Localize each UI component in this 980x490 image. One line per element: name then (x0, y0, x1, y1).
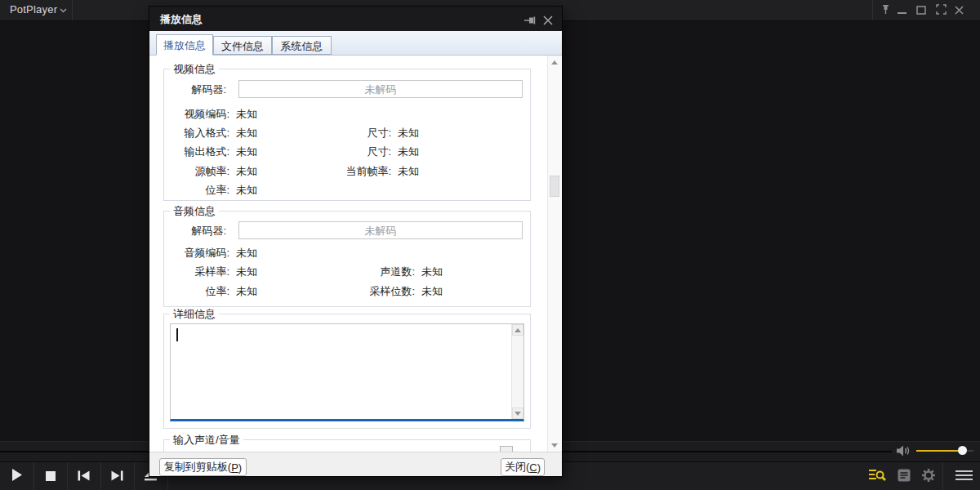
close-icon[interactable] (543, 14, 553, 29)
dialog-titlebar[interactable]: 播放信息 (149, 7, 562, 31)
input-channels-group: 输入声道/音量 (163, 439, 531, 452)
info-row: 输出格式:未知 尺寸:未知 (149, 145, 533, 158)
scroll-down-button[interactable] (548, 439, 561, 452)
video-decoder-field[interactable] (238, 80, 523, 98)
detail-scrollbar[interactable] (511, 324, 523, 419)
maximize-icon (916, 3, 926, 18)
volume-slider-knob[interactable] (958, 446, 967, 455)
minimize-button[interactable] (893, 0, 911, 20)
pin-icon (880, 3, 891, 18)
settings-gear-icon (921, 468, 936, 486)
dialog-button-bar: 复制到剪贴板(P) 关闭(C) (149, 452, 562, 476)
audio-decoder-field[interactable] (238, 221, 523, 239)
dialog-tabstrip: 播放信息 文件信息 系统信息 (149, 31, 562, 56)
field-label: 尺寸: (337, 145, 391, 159)
close-icon (955, 3, 964, 18)
next-button[interactable] (100, 462, 134, 490)
playlist-icon (898, 469, 911, 485)
playlist-search-button[interactable] (864, 462, 890, 490)
playlist-search-icon (869, 468, 886, 485)
dialog-scrollbar[interactable] (547, 56, 561, 452)
field-label: 输出格式: (164, 145, 229, 159)
button-hotkey: C (529, 461, 537, 474)
copy-to-clipboard-button[interactable]: 复制到剪贴板(P) (159, 458, 247, 476)
arrow-up-icon (551, 60, 558, 65)
previous-button[interactable] (67, 462, 100, 490)
arrow-down-icon (551, 443, 558, 448)
field-label: 采样率: (164, 265, 229, 279)
button-hotkey: P (231, 461, 238, 474)
next-icon (111, 470, 123, 484)
group-title: 详细信息 (170, 308, 219, 320)
field-value: 未知 (398, 126, 419, 140)
dialog-title: 播放信息 (160, 12, 203, 27)
chevron-down-icon[interactable] (59, 4, 68, 19)
play-button[interactable] (0, 462, 33, 490)
tab-playback-info[interactable]: 播放信息 (156, 34, 213, 56)
tab-system-info[interactable]: 系统信息 (272, 36, 332, 55)
button-label: ) (537, 461, 541, 474)
field-value: 未知 (398, 164, 419, 179)
button-label: 复制到剪贴板( (164, 460, 231, 474)
group-title: 视频信息 (170, 63, 219, 75)
scroll-down-button[interactable] (512, 408, 523, 419)
stop-button[interactable] (33, 462, 67, 490)
potplayer-window: PotPlayer (0, 0, 980, 490)
detail-textarea[interactable] (170, 323, 524, 421)
tab-label: 系统信息 (281, 40, 323, 52)
minimize-icon (898, 3, 906, 18)
titlebar-divider (872, 0, 873, 20)
tab-file-info[interactable]: 文件信息 (213, 36, 272, 55)
scroll-up-button[interactable] (512, 324, 523, 336)
decoder-label: 解码器: (164, 82, 226, 97)
scrollbar-thumb[interactable] (550, 176, 559, 197)
volume-slider-fill (916, 450, 962, 452)
field-label: 视频编码: (164, 107, 229, 122)
maximize-button[interactable] (912, 0, 930, 20)
arrow-up-icon (514, 328, 521, 332)
app-title: PotPlayer (10, 3, 57, 16)
button-label: 关闭( (505, 460, 529, 474)
field-value: 未知 (236, 183, 257, 198)
close-window-button[interactable] (950, 0, 968, 20)
titlebar-divider (72, 0, 73, 20)
dialog-content: 视频信息 解码器: 视频编码:未知 输入格式:未知 尺寸:未知 输出格式:未知 … (149, 56, 562, 452)
close-button[interactable]: 关闭(C) (501, 458, 545, 476)
pin-on-top-button[interactable] (876, 0, 894, 20)
stop-icon (46, 470, 56, 484)
field-value: 未知 (421, 265, 443, 279)
group-title: 输入声道/音量 (170, 434, 243, 446)
pin-icon[interactable] (524, 14, 537, 29)
field-label: 声道数: (337, 265, 415, 279)
speaker-icon[interactable] (897, 445, 911, 460)
playback-info-dialog: 播放信息 播放信息 文件信息 系统信息 视频信息 解码器: (149, 7, 562, 476)
app-menu-button[interactable]: PotPlayer (10, 3, 57, 16)
field-label: 采样位数: (337, 284, 415, 299)
field-label: 位率: (164, 183, 229, 198)
info-row: 位率:未知 (149, 183, 533, 197)
button-label: ) (238, 461, 242, 474)
info-row: 视频编码:未知 (149, 107, 533, 121)
main-menu-button[interactable] (949, 462, 978, 490)
info-row: 音频编码:未知 (149, 246, 533, 260)
tab-label: 播放信息 (163, 39, 206, 51)
arrow-down-icon (514, 412, 521, 416)
field-value: 未知 (236, 126, 257, 140)
field-label: 尺寸: (337, 126, 391, 140)
scroll-up-button[interactable] (548, 56, 561, 69)
fullscreen-button[interactable] (932, 0, 950, 20)
field-value: 未知 (236, 284, 257, 299)
group-title: 音频信息 (170, 205, 219, 217)
settings-button[interactable] (916, 462, 941, 490)
field-value: 未知 (236, 246, 257, 261)
info-row: 源帧率:未知 当前帧率:未知 (149, 164, 533, 178)
tab-label: 文件信息 (221, 40, 264, 52)
clipped-control (500, 446, 513, 452)
field-label: 当前帧率: (337, 164, 391, 179)
text-caret (176, 328, 178, 341)
field-value: 未知 (236, 265, 257, 279)
info-row: 位率:未知 采样位数:未知 (149, 284, 533, 298)
playlist-button[interactable] (892, 462, 916, 490)
field-label: 音频编码: (164, 246, 229, 261)
field-value: 未知 (236, 145, 257, 159)
